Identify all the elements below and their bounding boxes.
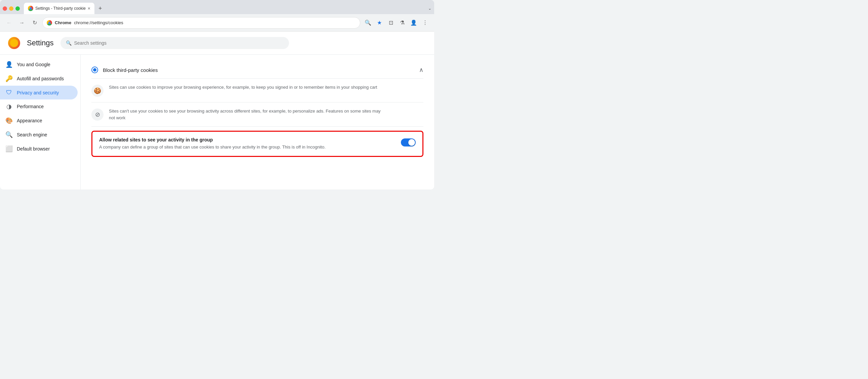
back-button[interactable]: ←: [4, 18, 14, 28]
menu-button[interactable]: ⋮: [420, 18, 430, 28]
maximize-button[interactable]: [16, 6, 20, 11]
search-input[interactable]: [74, 40, 284, 46]
traffic-lights: [3, 6, 20, 11]
sidebar-item-default-browser[interactable]: ⬜ Default browser: [0, 142, 78, 156]
appearance-icon: 🎨: [5, 117, 13, 124]
search-bar[interactable]: 🔍: [61, 37, 289, 49]
sidebar-label-you-and-google: You and Google: [17, 62, 51, 67]
highlighted-title: Allow related sites to see your activity…: [99, 137, 394, 143]
tab-title: Settings - Third-party cookie: [35, 6, 86, 11]
tab-favicon: [28, 6, 33, 11]
profile-button[interactable]: 👤: [409, 18, 419, 28]
sidebar: 👤 You and Google 🔑 Autofill and password…: [0, 55, 81, 189]
settings-logo-inner: [10, 39, 18, 47]
person-icon: 👤: [5, 61, 13, 68]
highlighted-desc: A company can define a group of sites th…: [99, 144, 341, 151]
address-bar[interactable]: Chrome chrome://settings/cookies: [42, 17, 360, 29]
performance-icon: ◑: [5, 103, 13, 110]
sidebar-item-performance[interactable]: ◑ Performance: [0, 99, 78, 114]
settings-logo: [8, 37, 20, 49]
block-icon: ⊘: [91, 108, 103, 121]
chrome-label: Chrome: [55, 20, 71, 25]
extensions-button[interactable]: ⊡: [386, 18, 396, 28]
browser-icon: ⬜: [5, 145, 13, 153]
search-engine-icon: 🔍: [5, 131, 13, 138]
minimize-button[interactable]: [9, 6, 13, 11]
highlighted-text-block: Allow related sites to see your activity…: [99, 137, 394, 151]
sidebar-label-privacy: Privacy and security: [17, 90, 59, 95]
radio-button-selected[interactable]: [91, 66, 98, 73]
toolbar: ← → ↻ Chrome chrome://settings/cookies 🔍…: [0, 14, 434, 32]
main-content: Block third-party cookies ∧ 🍪 Sites can …: [81, 55, 434, 189]
sidebar-item-appearance[interactable]: 🎨 Appearance: [0, 114, 78, 128]
highlighted-section: Allow related sites to see your activity…: [91, 131, 424, 157]
zoom-button[interactable]: 🔍: [363, 18, 373, 28]
block-cookies-row[interactable]: Block third-party cookies ∧: [91, 62, 424, 78]
block-cookies-label: Block third-party cookies: [103, 67, 419, 73]
sidebar-label-default-browser: Default browser: [17, 146, 50, 152]
reload-button[interactable]: ↻: [30, 18, 40, 28]
sidebar-label-performance: Performance: [17, 104, 44, 109]
sidebar-item-search-engine[interactable]: 🔍 Search engine: [0, 128, 78, 142]
bookmark-button[interactable]: ★: [374, 18, 384, 28]
info-row-2: ⊘ Sites can't use your cookies to see yo…: [91, 102, 424, 127]
info-text-1: Sites can use cookies to improve your br…: [109, 84, 377, 91]
site-icon: [47, 20, 52, 26]
sidebar-label-autofill: Autofill and passwords: [17, 76, 64, 81]
radio-dot: [93, 68, 96, 71]
close-button[interactable]: [3, 6, 7, 11]
sidebar-item-privacy[interactable]: 🛡 Privacy and security: [0, 86, 78, 99]
forward-button[interactable]: →: [17, 18, 27, 28]
settings-title: Settings: [27, 39, 54, 48]
tab-bar: Settings - Third-party cookie × + ⌄: [0, 0, 434, 14]
sidebar-item-you-and-google[interactable]: 👤 You and Google: [0, 58, 78, 71]
settings-body: 👤 You and Google 🔑 Autofill and password…: [0, 55, 434, 189]
sidebar-item-autofill[interactable]: 🔑 Autofill and passwords: [0, 71, 78, 86]
page-content: Settings 🔍 👤 You and Google 🔑 Autofill a…: [0, 32, 434, 189]
tab-dropdown-button[interactable]: ⌄: [428, 6, 432, 11]
key-icon: 🔑: [5, 75, 13, 82]
sidebar-label-search-engine: Search engine: [17, 132, 47, 137]
search-icon: 🔍: [66, 40, 71, 46]
shield-icon: 🛡: [5, 89, 13, 96]
browser-frame: Settings - Third-party cookie × + ⌄ ← → …: [0, 0, 434, 189]
info-text-2: Sites can't use your cookies to see your…: [109, 108, 384, 121]
new-tab-button[interactable]: +: [96, 4, 105, 13]
toolbar-actions: 🔍 ★ ⊡ ⚗ 👤 ⋮: [363, 18, 430, 28]
chevron-up-button[interactable]: ∧: [419, 66, 424, 73]
cookie-icon: 🍪: [91, 85, 103, 97]
toggle-knob: [408, 139, 415, 146]
url-display: chrome://settings/cookies: [74, 20, 123, 25]
info-row-1: 🍪 Sites can use cookies to improve your …: [91, 78, 424, 102]
active-tab[interactable]: Settings - Third-party cookie ×: [24, 3, 94, 14]
activity-group-toggle[interactable]: [401, 138, 416, 147]
cookie-section: Block third-party cookies ∧ 🍪 Sites can …: [91, 62, 424, 157]
tab-close-button[interactable]: ×: [88, 6, 90, 11]
settings-header: Settings 🔍: [0, 32, 434, 55]
labs-button[interactable]: ⚗: [397, 18, 407, 28]
sidebar-label-appearance: Appearance: [17, 118, 42, 123]
